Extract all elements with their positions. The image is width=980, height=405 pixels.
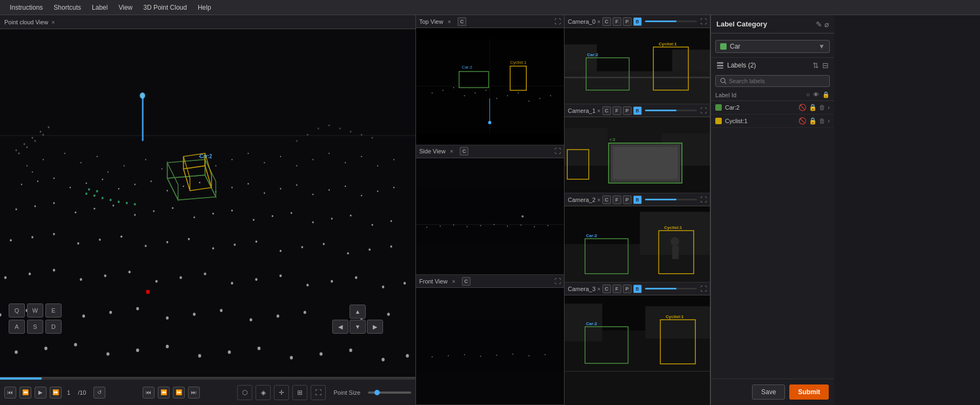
arrow-down-btn[interactable]: ▼ xyxy=(350,320,366,334)
panel-tag-icon[interactable]: ⌀ xyxy=(824,20,829,29)
camera-2-close[interactable]: × xyxy=(597,197,600,203)
camera-3-c-btn[interactable]: C xyxy=(602,285,611,293)
svg-point-132 xyxy=(381,358,385,361)
save-button[interactable]: Save xyxy=(752,384,785,400)
labels-filter-icon[interactable]: ⊟ xyxy=(822,61,829,70)
category-dropdown[interactable]: Car ▼ xyxy=(715,40,830,53)
playback-skip-next[interactable]: ⏭ xyxy=(188,387,200,399)
menu-help[interactable]: Help xyxy=(192,2,217,14)
front-view-close[interactable]: × xyxy=(452,278,455,285)
arrow-left-btn[interactable]: ◀ xyxy=(332,320,348,334)
camera-3-slider[interactable] xyxy=(645,288,697,289)
camera-1-expand[interactable]: ⛶ xyxy=(700,107,707,114)
menu-label[interactable]: Label xyxy=(86,2,113,14)
playback-step-next[interactable]: ⏩ xyxy=(173,387,185,399)
front-view-content[interactable] xyxy=(416,288,564,404)
camera-1-c-btn[interactable]: C xyxy=(602,106,611,115)
camera-0-close[interactable]: × xyxy=(597,18,600,25)
top-view-content[interactable]: Car:2 Cyclist:1 xyxy=(416,28,564,145)
tool-fullscreen[interactable]: ⛶ xyxy=(311,385,326,400)
playback-first[interactable]: ⏮ xyxy=(4,387,16,399)
playback-step-prev[interactable]: ⏪ xyxy=(158,387,170,399)
front-view-c-btn[interactable]: C xyxy=(462,277,471,286)
camera-0-slider[interactable] xyxy=(645,21,697,22)
camera-0-c-btn[interactable]: C xyxy=(602,17,611,26)
camera-0-expand[interactable]: ⛶ xyxy=(700,18,707,25)
menu-shortcuts[interactable]: Shortcuts xyxy=(48,2,86,14)
camera-0-content[interactable]: Car:2 Cyclist:1 xyxy=(565,28,710,104)
camera-1-b-btn[interactable]: B xyxy=(633,106,642,115)
camera-2-slider[interactable] xyxy=(645,199,697,200)
tool-cube[interactable]: ⬡ xyxy=(237,385,252,400)
camera-2-content[interactable]: Car:2 Cyclist:1 xyxy=(565,206,710,282)
side-view-close[interactable]: × xyxy=(450,148,453,154)
top-view-close[interactable]: × xyxy=(447,18,451,25)
playback-next[interactable]: ⏩ xyxy=(50,387,62,399)
label-cyclist1-expand[interactable]: › xyxy=(828,117,830,125)
label-id-eye-icon[interactable]: 👁 xyxy=(813,91,819,98)
menu-instructions[interactable]: Instructions xyxy=(4,2,48,14)
camera-2-p-btn[interactable]: P xyxy=(623,195,632,204)
camera-2-c-btn[interactable]: C xyxy=(602,195,611,204)
label-item-car2[interactable]: Car:2 🚫 🔒 🗑 › xyxy=(711,101,834,114)
label-car2-lock[interactable]: 🔒 xyxy=(809,104,817,111)
camera-2-f-btn[interactable]: F xyxy=(613,195,621,204)
submit-button[interactable]: Submit xyxy=(789,384,829,400)
playback-refresh[interactable]: ↺ xyxy=(93,387,105,399)
label-cyclist1-delete[interactable]: 🗑 xyxy=(819,117,825,125)
label-id-circle-icon[interactable]: ○ xyxy=(806,91,810,98)
camera-0-f-btn[interactable]: F xyxy=(613,17,621,26)
labels-sort-icon[interactable]: ⇅ xyxy=(813,61,819,70)
camera-3-expand[interactable]: ⛶ xyxy=(700,285,707,293)
playback-skip-prev[interactable]: ⏮ xyxy=(143,387,155,399)
camera-3-close[interactable]: × xyxy=(597,286,600,292)
tool-move[interactable]: ✛ xyxy=(274,385,289,400)
camera-1-p-btn[interactable]: P xyxy=(623,106,632,115)
camera-1-slider[interactable] xyxy=(645,110,697,111)
playback-prev[interactable]: ⏪ xyxy=(19,387,31,399)
arrow-right-btn[interactable]: ▶ xyxy=(367,320,383,334)
tool-transform[interactable]: ⊞ xyxy=(292,385,307,400)
label-item-cyclist1[interactable]: Cyclist:1 🚫 🔒 🗑 › xyxy=(711,114,834,128)
pointcloud-content[interactable]: Car:2 Q W E A xyxy=(0,29,415,377)
camera-3-content[interactable]: Car:2 Cyclist:1 xyxy=(565,295,710,371)
camera-3-f-btn[interactable]: F xyxy=(613,285,621,293)
top-view-expand[interactable]: ⛶ xyxy=(554,18,561,25)
progress-bar[interactable] xyxy=(0,377,415,380)
camera-3-b-btn[interactable]: B xyxy=(633,285,642,293)
key-e[interactable]: E xyxy=(45,303,62,318)
side-view-c-btn[interactable]: C xyxy=(460,147,468,156)
camera-0-b-btn[interactable]: B xyxy=(633,17,642,26)
playback-play[interactable]: ▶ xyxy=(35,387,46,399)
label-car2-eye-off[interactable]: 🚫 xyxy=(798,104,807,111)
label-id-lock-icon[interactable]: 🔒 xyxy=(822,91,830,98)
key-a[interactable]: A xyxy=(9,320,25,334)
search-input[interactable] xyxy=(729,78,825,84)
label-car2-delete[interactable]: 🗑 xyxy=(819,104,825,111)
label-car2-expand[interactable]: › xyxy=(828,104,830,111)
key-s[interactable]: S xyxy=(27,320,43,334)
point-size-slider[interactable] xyxy=(368,392,411,394)
camera-0-p-btn[interactable]: P xyxy=(623,17,632,26)
camera-2-b-btn[interactable]: B xyxy=(633,195,642,204)
camera-3-p-btn[interactable]: P xyxy=(623,285,632,293)
camera-1-f-btn[interactable]: F xyxy=(613,106,621,115)
pointcloud-close-btn[interactable]: × xyxy=(51,19,55,25)
side-view-content[interactable] xyxy=(416,158,564,275)
camera-2-expand[interactable]: ⛶ xyxy=(700,196,707,204)
key-d[interactable]: D xyxy=(45,320,62,334)
label-cyclist1-eye-off[interactable]: 🚫 xyxy=(798,117,807,125)
camera-1-close[interactable]: × xyxy=(597,107,600,114)
key-q[interactable]: Q xyxy=(9,303,25,318)
panel-edit-icon[interactable]: ✎ xyxy=(816,20,822,29)
label-cyclist1-lock[interactable]: 🔒 xyxy=(809,117,817,125)
menu-view[interactable]: View xyxy=(113,2,138,14)
camera-1-content[interactable]: r:2 xyxy=(565,117,710,193)
key-w[interactable]: W xyxy=(27,303,43,318)
menu-3dpointcloud[interactable]: 3D Point Cloud xyxy=(138,2,192,14)
side-view-expand[interactable]: ⛶ xyxy=(554,147,561,155)
tool-select[interactable]: ◈ xyxy=(256,385,271,400)
top-view-c-btn[interactable]: C xyxy=(458,17,466,26)
arrow-up-btn[interactable]: ▲ xyxy=(350,305,366,319)
front-view-expand[interactable]: ⛶ xyxy=(554,278,561,285)
